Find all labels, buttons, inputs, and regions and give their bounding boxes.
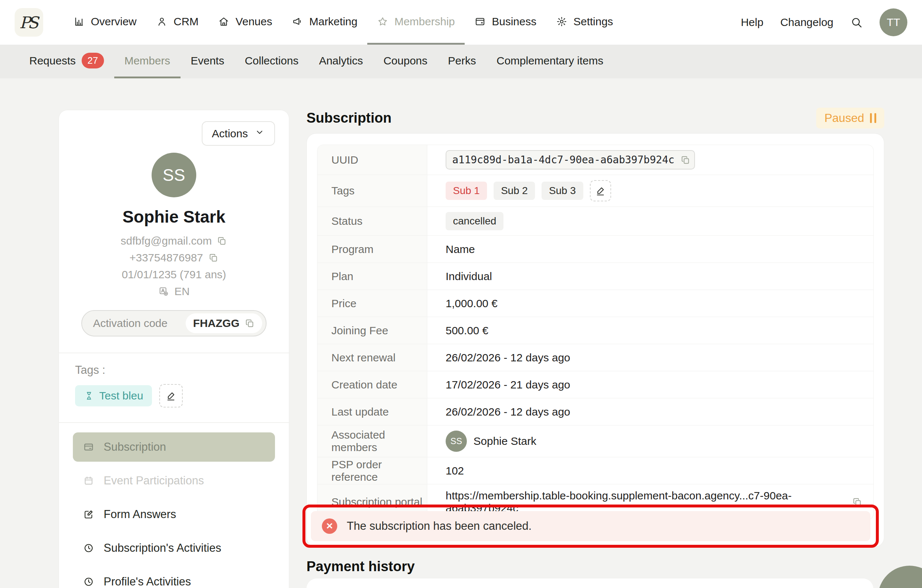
table-row-tags: TagsSub 1Sub 2Sub 3 xyxy=(317,175,873,207)
topnav-item-label: Overview xyxy=(91,15,137,28)
sidebar-item-event-participations[interactable]: Event Participations xyxy=(73,466,275,495)
topnav-item-venues[interactable]: Venues xyxy=(208,0,282,45)
row-value: Individual xyxy=(446,270,492,283)
top-nav: PS OverviewCRMVenuesMarketingMembershipB… xyxy=(0,0,922,45)
subnav-item-label: Complementary items xyxy=(497,55,603,67)
table-row-next-renewal: Next renewal26/02/2026 - 12 days ago xyxy=(317,344,873,371)
topnav-item-label: Venues xyxy=(235,15,272,28)
uuid-value-box: a119c89d-ba1a-4dc7-90ea-a6ab397b924c xyxy=(446,150,695,170)
help-link[interactable]: Help xyxy=(741,16,763,29)
subnav-item-coupons[interactable]: Coupons xyxy=(373,45,438,78)
member-profile-card: Actions SS Sophie Stark sdfbfg@gmail.com… xyxy=(59,110,289,588)
copy-icon[interactable] xyxy=(680,155,691,165)
topnav-item-crm[interactable]: CRM xyxy=(147,0,208,45)
subscription-card: UUIDa119c89d-ba1a-4dc7-90ea-a6ab397b924c… xyxy=(306,133,884,547)
table-row-last-update: Last update26/02/2026 - 12 days ago xyxy=(317,399,873,425)
subnav-item-analytics[interactable]: Analytics xyxy=(309,45,373,78)
row-value-cell: cancelled xyxy=(427,207,873,235)
chevron-down-icon xyxy=(255,127,265,140)
user-avatar[interactable]: TT xyxy=(879,8,907,36)
row-value-cell: Name xyxy=(427,236,873,263)
alert-message: The subscription has been canceled. xyxy=(347,519,532,533)
subnav-item-label: Perks xyxy=(448,55,476,67)
topnav-item-label: Settings xyxy=(574,15,613,28)
row-label: Tags xyxy=(317,175,427,206)
tag-chip: Sub 1 xyxy=(446,181,487,200)
activation-code-text: FHAZGG xyxy=(193,317,239,330)
sidebar-item-label: Event Participations xyxy=(104,474,204,487)
row-value: 500.00 € xyxy=(446,324,489,337)
copy-icon[interactable] xyxy=(245,318,255,328)
row-label-text: Associated members xyxy=(331,429,427,454)
row-value-cell: 26/02/2026 - 12 days ago xyxy=(427,344,873,371)
member-birthdate: 01/01/1235 (791 ans) xyxy=(121,268,226,281)
tag-chip: Sub 2 xyxy=(494,181,535,200)
topnav-item-settings[interactable]: Settings xyxy=(546,0,623,45)
person-icon xyxy=(156,16,167,27)
payment-history-card xyxy=(306,578,873,588)
changelog-link[interactable]: Changelog xyxy=(780,16,834,29)
subnav-item-members[interactable]: Members xyxy=(114,45,180,78)
chat-widget-button[interactable] xyxy=(878,566,922,588)
table-row-joining-fee: Joining Fee500.00 € xyxy=(317,317,873,344)
actions-button[interactable]: Actions xyxy=(202,121,275,146)
subnav-item-requests[interactable]: Requests27 xyxy=(19,45,114,78)
row-value-cell: 1,000.00 € xyxy=(427,290,873,317)
calendar-icon xyxy=(83,475,94,486)
row-label-text: Status xyxy=(331,215,363,227)
row-value: Name xyxy=(446,243,475,256)
edit-tags-button[interactable] xyxy=(159,384,183,407)
table-row-program: ProgramName xyxy=(317,236,873,263)
search-icon[interactable] xyxy=(850,16,863,29)
sidebar-item-form-answers[interactable]: Form Answers xyxy=(73,500,275,529)
member-contact-info: sdfbfg@gmail.com +33754876987 01/01/1235… xyxy=(59,235,289,298)
member-phone: +33754876987 xyxy=(129,252,203,264)
topnav-item-membership[interactable]: Membership xyxy=(367,0,465,45)
subnav-item-perks[interactable]: Perks xyxy=(438,45,486,78)
requests-count-badge: 27 xyxy=(82,53,104,69)
paused-status-badge: Paused xyxy=(816,108,884,129)
app-logo[interactable]: PS xyxy=(15,8,43,37)
tag-chip: Sub 3 xyxy=(541,181,583,200)
row-label-text: Next renewal xyxy=(331,351,396,364)
sidebar-item-subscription[interactable]: Subscription xyxy=(73,433,275,462)
pause-icon xyxy=(870,113,876,123)
tags-label: Tags : xyxy=(75,364,273,377)
subnav-item-label: Members xyxy=(124,55,170,67)
row-value: 26/02/2026 - 12 days ago xyxy=(446,351,570,364)
sidebar-item-label: Subscription's Activities xyxy=(104,542,221,555)
topnav-item-overview[interactable]: Overview xyxy=(64,0,147,45)
copy-icon[interactable] xyxy=(208,253,219,263)
sidebar-item-label: Subscription xyxy=(104,441,166,454)
row-label: Price xyxy=(317,290,427,317)
table-row-status: Statuscancelled xyxy=(317,207,873,236)
associated-member-name: Sophie Stark xyxy=(474,435,536,448)
panel-icon xyxy=(474,16,486,27)
row-label: Program xyxy=(317,236,427,263)
subnav-item-complementary-items[interactable]: Complementary items xyxy=(486,45,614,78)
activation-code-label: Activation code xyxy=(93,317,167,330)
row-label-text: Plan xyxy=(331,270,353,283)
sidebar-item-profile-s-activities[interactable]: Profile's Activities xyxy=(73,567,275,588)
activation-code-value: FHAZGG xyxy=(186,314,262,333)
row-label: Status xyxy=(317,207,427,235)
member-language: EN xyxy=(174,285,190,298)
topnav-item-label: Marketing xyxy=(309,15,357,28)
topnav-item-marketing[interactable]: Marketing xyxy=(282,0,367,45)
chat-logo-icon xyxy=(895,583,922,588)
table-row-plan: PlanIndividual xyxy=(317,263,873,290)
row-label: UUID xyxy=(317,145,427,175)
subscription-title: Subscription xyxy=(306,110,391,126)
associated-member-avatar: SS xyxy=(446,431,467,452)
topnav-item-label: Business xyxy=(492,15,536,28)
subnav-item-events[interactable]: Events xyxy=(180,45,235,78)
copy-icon[interactable] xyxy=(217,236,227,246)
topnav-item-business[interactable]: Business xyxy=(465,0,546,45)
membership-sub-nav: Requests27MembersEventsCollectionsAnalyt… xyxy=(0,45,922,78)
subnav-item-collections[interactable]: Collections xyxy=(234,45,309,78)
row-label-text: Joining Fee xyxy=(331,324,388,337)
bar-chart-icon xyxy=(74,16,85,27)
sidebar-item-subscription-s-activities[interactable]: Subscription's Activities xyxy=(73,533,275,563)
clock-icon xyxy=(83,576,94,587)
edit-subscription-tags-button[interactable] xyxy=(590,180,611,201)
